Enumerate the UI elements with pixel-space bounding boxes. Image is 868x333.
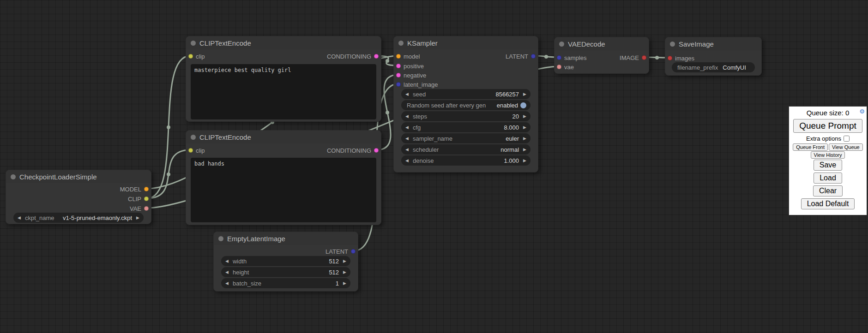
node-ksampler[interactable]: KSampler model LATENT positive negative … — [393, 36, 538, 172]
positive-prompt-textarea[interactable]: masterpiece best quality girl — [191, 64, 376, 119]
clip-slot-icon[interactable] — [144, 196, 149, 201]
denoise-number-widget[interactable]: ◀ denoise 1.000 ▶ — [401, 155, 530, 166]
image-slot-icon[interactable] — [642, 55, 646, 60]
input-slot-vae[interactable]: vae — [555, 63, 574, 71]
output-slot-model[interactable]: MODEL — [120, 185, 151, 193]
widget-decrement-icon[interactable]: ◀ — [405, 125, 409, 130]
widget-increment-icon[interactable]: ▶ — [343, 259, 346, 263]
widget-decrement-icon[interactable]: ◀ — [405, 148, 409, 152]
random-seed-toggle-widget[interactable]: Random seed after every gen enabled — [401, 100, 530, 110]
clear-button[interactable]: Clear — [813, 185, 843, 196]
scheduler-combo-widget[interactable]: ◀ scheduler normal ▶ — [401, 144, 530, 155]
settings-gear-icon[interactable]: ⚙ — [859, 108, 865, 114]
queue-front-button[interactable]: Queue Front — [793, 143, 828, 151]
output-slot-clip[interactable]: CLIP — [128, 195, 151, 203]
widget-increment-icon[interactable]: ▶ — [523, 92, 526, 96]
vae-slot-icon[interactable] — [144, 206, 149, 211]
load-default-button[interactable]: Load Default — [801, 198, 855, 209]
collapse-dot-icon[interactable] — [11, 174, 16, 179]
input-slot-images[interactable]: images — [665, 54, 694, 62]
view-history-button[interactable]: View History — [811, 151, 845, 159]
view-queue-button[interactable]: View Queue — [829, 143, 863, 151]
height-number-widget[interactable]: ◀ height 512 ▶ — [221, 267, 350, 277]
conditioning-slot-icon[interactable] — [396, 64, 401, 68]
widget-decrement-icon[interactable]: ◀ — [405, 159, 409, 163]
output-slot-image[interactable]: IMAGE — [620, 54, 649, 62]
sampler-name-combo-widget[interactable]: ◀ sampler_name euler ▶ — [401, 133, 530, 143]
toggle-on-icon[interactable] — [520, 102, 526, 108]
widget-decrement-icon[interactable]: ◀ — [405, 92, 409, 96]
widget-increment-icon[interactable]: ▶ — [343, 281, 346, 285]
widget-decrement-icon[interactable]: ◀ — [225, 259, 229, 263]
node-clip-text-encode-negative[interactable]: CLIPTextEncode clip CONDITIONING bad han… — [186, 130, 381, 225]
input-slot-positive[interactable]: positive — [394, 62, 424, 70]
conditioning-slot-icon[interactable] — [374, 54, 379, 59]
widget-decrement-icon[interactable]: ◀ — [225, 281, 229, 285]
widget-decrement-icon[interactable]: ◀ — [405, 114, 409, 119]
collapse-dot-icon[interactable] — [670, 42, 675, 47]
widget-decrement-icon[interactable]: ◀ — [18, 216, 21, 220]
negative-prompt-textarea[interactable]: bad hands — [191, 158, 376, 222]
model-slot-icon[interactable] — [144, 187, 149, 191]
output-slot-vae[interactable]: VAE — [130, 204, 151, 213]
output-slot-conditioning[interactable]: CONDITIONING — [327, 146, 381, 155]
steps-number-widget[interactable]: ◀ steps 20 ▶ — [401, 111, 530, 121]
node-header[interactable]: EmptyLatentImage — [214, 232, 358, 245]
node-empty-latent-image[interactable]: EmptyLatentImage LATENT ◀ width 512 ▶ ◀ … — [213, 232, 358, 291]
node-save-image[interactable]: SaveImage images filename_prefix ComfyUI — [665, 37, 762, 76]
node-header[interactable]: CLIPTextEncode — [186, 36, 381, 49]
widget-decrement-icon[interactable]: ◀ — [225, 270, 229, 274]
input-slot-samples[interactable]: samples — [555, 54, 586, 62]
node-header[interactable]: CheckpointLoaderSimple — [6, 170, 151, 183]
widget-increment-icon[interactable]: ▶ — [523, 159, 526, 163]
node-header[interactable]: KSampler — [394, 36, 538, 49]
latent-slot-icon[interactable] — [531, 54, 536, 59]
input-slot-latent-image[interactable]: latent_image — [394, 80, 438, 89]
widget-increment-icon[interactable]: ▶ — [136, 216, 139, 220]
node-clip-text-encode-positive[interactable]: CLIPTextEncode clip CONDITIONING masterp… — [186, 36, 381, 122]
node-header[interactable]: CLIPTextEncode — [186, 131, 381, 143]
ckpt-name-combo-widget[interactable]: ◀ ckpt_name v1-5-pruned-emaonly.ckpt ▶ — [13, 213, 144, 223]
input-slot-clip[interactable]: clip — [186, 52, 205, 60]
widget-decrement-icon[interactable]: ◀ — [405, 137, 409, 141]
cfg-number-widget[interactable]: ◀ cfg 8.000 ▶ — [401, 122, 530, 132]
input-slot-model[interactable]: model — [394, 52, 420, 60]
filename-prefix-text-widget[interactable]: filename_prefix ComfyUI — [672, 62, 755, 72]
widget-increment-icon[interactable]: ▶ — [523, 137, 526, 141]
extra-options-checkbox[interactable] — [844, 136, 850, 142]
output-slot-latent[interactable]: LATENT — [506, 52, 538, 60]
node-vae-decode[interactable]: VAEDecode samples IMAGE vae — [554, 37, 649, 74]
vae-slot-icon[interactable] — [557, 65, 561, 69]
clip-slot-icon[interactable] — [188, 148, 193, 153]
widget-increment-icon[interactable]: ▶ — [523, 148, 526, 152]
latent-slot-icon[interactable] — [557, 55, 561, 60]
clip-slot-icon[interactable] — [188, 54, 193, 59]
width-number-widget[interactable]: ◀ width 512 ▶ — [221, 256, 350, 266]
collapse-dot-icon[interactable] — [218, 236, 223, 241]
output-slot-conditioning[interactable]: CONDITIONING — [327, 52, 381, 60]
node-header[interactable]: SaveImage — [665, 37, 761, 50]
seed-number-widget[interactable]: ◀ seed 8566257 ▶ — [401, 89, 530, 99]
collapse-dot-icon[interactable] — [191, 135, 196, 140]
collapse-dot-icon[interactable] — [398, 41, 404, 46]
output-slot-latent[interactable]: LATENT — [326, 247, 358, 256]
conditioning-slot-icon[interactable] — [374, 148, 379, 153]
widget-increment-icon[interactable]: ▶ — [343, 270, 346, 274]
queue-prompt-button[interactable]: Queue Prompt — [793, 119, 862, 133]
latent-slot-icon[interactable] — [396, 82, 401, 87]
image-slot-icon[interactable] — [668, 56, 672, 60]
node-checkpoint-loader-simple[interactable]: CheckpointLoaderSimple MODEL CLIP VAE ◀ … — [6, 170, 151, 224]
load-button[interactable]: Load — [814, 172, 842, 184]
batch-size-number-widget[interactable]: ◀ batch_size 1 ▶ — [221, 278, 350, 288]
conditioning-slot-icon[interactable] — [396, 73, 401, 77]
widget-increment-icon[interactable]: ▶ — [523, 125, 526, 130]
node-header[interactable]: VAEDecode — [555, 37, 649, 50]
input-slot-negative[interactable]: negative — [394, 71, 426, 79]
collapse-dot-icon[interactable] — [559, 42, 564, 47]
collapse-dot-icon[interactable] — [191, 41, 196, 46]
input-slot-clip[interactable]: clip — [186, 146, 205, 155]
save-button[interactable]: Save — [814, 160, 842, 171]
model-slot-icon[interactable] — [396, 54, 401, 59]
latent-slot-icon[interactable] — [351, 249, 356, 254]
widget-increment-icon[interactable]: ▶ — [523, 114, 526, 119]
